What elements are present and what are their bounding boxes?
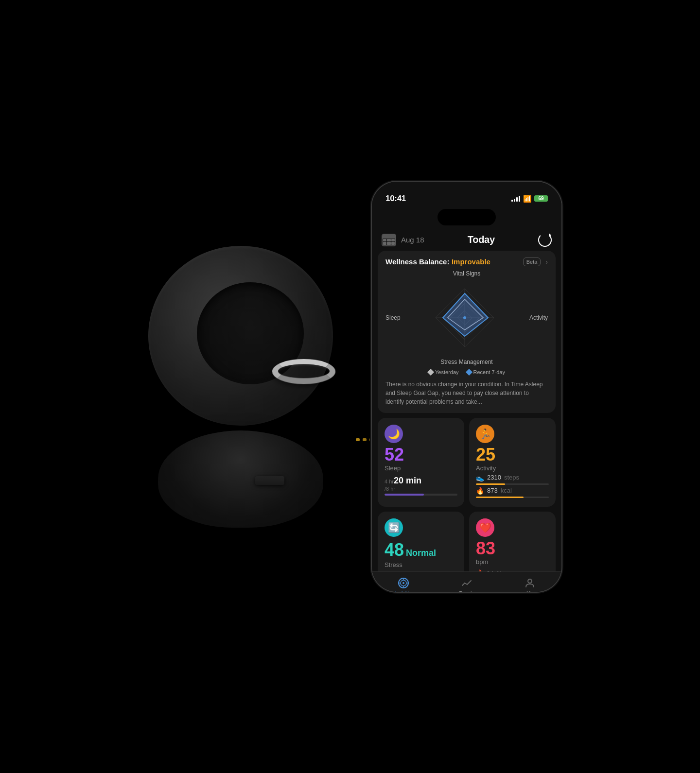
kcal-label: kcal: [501, 487, 512, 494]
radar-chart: Vital Signs Sleep: [385, 270, 548, 365]
steps-bar-fill: [476, 483, 505, 485]
wellness-description: There is no obvious change in your condi…: [385, 380, 548, 406]
header-left: Aug 18: [382, 234, 424, 246]
tab-bar: Insights Trends: [372, 571, 561, 592]
heart-icon-circle: ❤️: [476, 518, 494, 537]
wellness-card[interactable]: Wellness Balance: Improvable Beta › Vita…: [378, 251, 556, 413]
radar-label-right: Activity: [529, 314, 548, 321]
sleep-time: 4 hr20 min: [385, 477, 421, 485]
me-icon: [524, 577, 536, 589]
stress-value-row: 48 Normal: [385, 540, 457, 560]
activity-icon-circle: 🏃: [476, 425, 494, 443]
activity-details: 👟 2310 steps 🔥 873 kc: [476, 474, 549, 498]
activity-card[interactable]: 🏃 25 Activity 👟 2310 steps: [469, 418, 556, 507]
steps-icon: 👟: [476, 474, 484, 481]
kcal-row: 🔥 873 kcal: [476, 487, 549, 495]
wellness-title-area: Wellness Balance: Improvable: [385, 258, 490, 266]
app-header: Aug 18 Today: [372, 227, 561, 251]
heart-value-row: 83: [476, 540, 549, 557]
insights-icon: [397, 577, 410, 589]
header-date: Aug 18: [401, 236, 424, 244]
svg-point-16: [528, 579, 532, 583]
spo2-unit: %: [496, 569, 502, 571]
wifi-icon: 📶: [523, 195, 531, 203]
sleep-goal: /8 hr: [385, 486, 457, 492]
dynamic-island: [438, 209, 496, 225]
battery-icon: 69: [534, 195, 548, 202]
spo2-row: 🔥 94 %: [476, 569, 549, 571]
activity-score: 25: [476, 446, 549, 464]
heart-card[interactable]: ❤️ 83 bpm 🔥 94 %: [469, 512, 556, 571]
chevron-right-icon: ›: [545, 258, 548, 266]
tab-insights-label: Insights: [395, 591, 412, 592]
status-bar: 10:41 📶 69: [372, 182, 561, 208]
heart-stats: 🔥 94 % 💗 30 ms: [476, 569, 549, 571]
sleep-details: 4 hr20 min /8 hr: [385, 476, 457, 496]
status-time: 10:41: [385, 194, 406, 204]
ring-case-lid: [148, 246, 333, 426]
signal-icon: [511, 196, 520, 202]
legend-recent: Recent 7-day: [467, 369, 505, 375]
activity-label: Activity: [476, 464, 549, 472]
tab-trends-label: Trends: [459, 591, 474, 592]
sleep-score: 52: [385, 446, 457, 464]
stress-status: Normal: [406, 548, 436, 558]
steps-bar-wrap: [476, 483, 549, 485]
sleep-icon-circle: 🌙: [385, 425, 403, 443]
steps-row: 👟 2310 steps: [476, 474, 549, 481]
metrics-grid: 🌙 52 Sleep 4 hr20 min /8 hr: [378, 418, 556, 571]
flame-icon: 🔥: [476, 487, 484, 495]
charging-dots: [356, 438, 373, 441]
kcal-bar-fill: [476, 497, 524, 498]
beta-badge: Beta: [523, 258, 541, 266]
svg-point-11: [402, 582, 404, 584]
sleep-card[interactable]: 🌙 52 Sleep 4 hr20 min /8 hr: [378, 418, 464, 507]
heart-value: 83: [476, 540, 495, 557]
spo2-value: 94: [487, 569, 493, 571]
spo2-icon: 🔥: [476, 569, 484, 571]
refresh-icon[interactable]: [538, 233, 552, 247]
calendar-icon[interactable]: [382, 234, 396, 246]
sleep-icon: 🌙: [388, 428, 400, 440]
tab-insights[interactable]: Insights: [372, 577, 435, 592]
kcal-value: 873: [487, 487, 498, 494]
svg-marker-7: [443, 293, 488, 336]
status-icons: 📶 69: [511, 195, 548, 203]
sleep-label: Sleep: [385, 464, 457, 472]
stress-card[interactable]: 🔄 48 Normal Stress: [378, 512, 464, 571]
wellness-status: Improvable: [452, 258, 490, 266]
stress-icon: 🔄: [388, 522, 400, 533]
stress-value: 48: [385, 540, 404, 560]
tab-me-label: Me: [526, 591, 533, 592]
radar-label-bottom: Stress Management: [440, 359, 492, 365]
wellness-badge-row: Beta ›: [523, 258, 548, 266]
content-area: Wellness Balance: Improvable Beta › Vita…: [372, 251, 561, 571]
stress-icon-circle: 🔄: [385, 518, 403, 537]
sleep-progress-fill: [385, 494, 424, 496]
tab-trends[interactable]: Trends: [435, 577, 498, 592]
trends-icon: [460, 577, 473, 589]
steps-label: steps: [504, 474, 519, 481]
phone-mockup: 10:41 📶 69: [372, 182, 561, 592]
phone-screen: 10:41 📶 69: [372, 182, 561, 592]
radar-legend: Yesterday Recent 7-day: [385, 369, 548, 375]
radar-middle: Sleep: [385, 279, 548, 357]
ring-case-base: [158, 430, 323, 528]
ring-device: [139, 246, 343, 528]
ring-case-inner: [197, 282, 304, 384]
radar-label-top: Vital Signs: [453, 270, 480, 277]
wellness-title: Wellness Balance:: [385, 258, 449, 266]
heart-icon: ❤️: [479, 522, 491, 533]
tab-me[interactable]: Me: [498, 577, 561, 592]
radar-svg: [426, 279, 504, 357]
stress-label: Stress: [385, 561, 457, 568]
header-title: Today: [468, 234, 495, 245]
activity-icon: 🏃: [479, 428, 491, 440]
smart-ring: [271, 359, 337, 384]
legend-yesterday: Yesterday: [428, 369, 459, 375]
sleep-progress-bar: [385, 494, 457, 496]
steps-value: 2310: [487, 474, 501, 481]
svg-point-8: [463, 316, 466, 319]
heart-unit: bpm: [476, 558, 549, 566]
wellness-header: Wellness Balance: Improvable Beta ›: [385, 258, 548, 266]
